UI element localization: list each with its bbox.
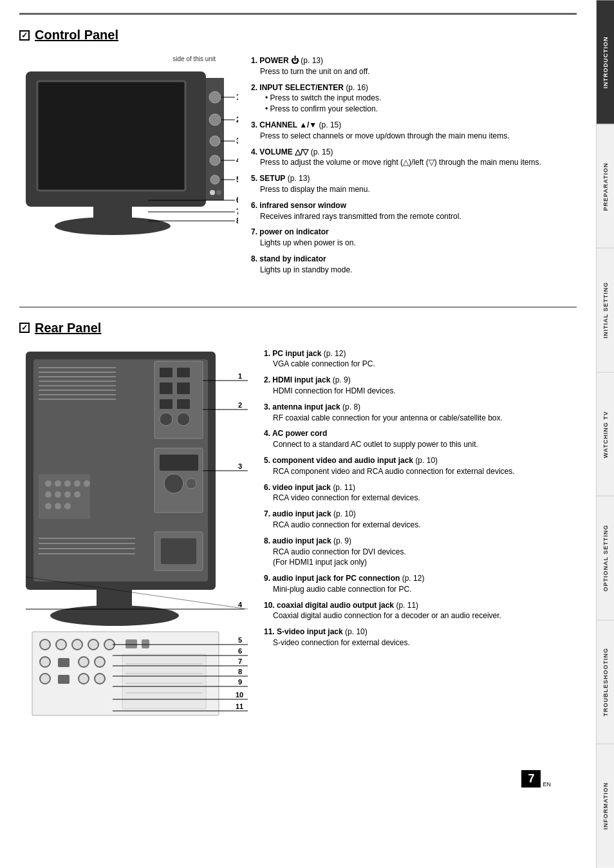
svg-point-75: [72, 639, 82, 650]
sidebar-tab-initial-setting[interactable]: INITIAL SETTING: [597, 248, 614, 372]
svg-text:2: 2: [238, 401, 242, 409]
svg-text:5: 5: [238, 636, 242, 644]
rp-item-1: 1. PC input jack (p. 12) VGA cable conne…: [264, 348, 577, 370]
sidebar-tabs: INTRODUCTION PREPARATION INITIAL SETTING…: [596, 0, 614, 868]
rp-item-6: 6. video input jack (p. 11) RCA video co…: [264, 482, 577, 504]
rp-item-5: 5. component video and audio input jack …: [264, 455, 577, 477]
page-number: 7: [521, 770, 541, 788]
rear-panel-diagram: 1 2 3 4 5 6: [19, 345, 251, 757]
control-panel-diagram: side of this unit: [19, 52, 238, 247]
svg-rect-42: [177, 382, 190, 394]
svg-rect-79: [142, 639, 149, 648]
sidebar-tab-optional-setting[interactable]: OPTIONAL SETTING: [597, 496, 614, 620]
svg-text:6: 6: [238, 647, 242, 655]
sidebar-tab-preparation[interactable]: PREPARATION: [597, 124, 614, 249]
svg-text:3: 3: [238, 462, 242, 470]
svg-point-60: [74, 491, 80, 498]
svg-text:7: 7: [236, 207, 238, 216]
svg-text:5: 5: [236, 175, 238, 184]
svg-rect-88: [122, 654, 206, 709]
svg-text:10: 10: [236, 691, 243, 699]
svg-point-84: [40, 674, 50, 684]
svg-point-6: [209, 114, 221, 126]
cp-item-4: 4. VOLUME △/▽ (p. 15) Press to adjust th…: [251, 147, 577, 169]
svg-point-50: [186, 478, 196, 489]
control-panel-header: ✓ Control Panel: [19, 28, 577, 42]
svg-point-74: [56, 639, 66, 650]
svg-point-71: [50, 605, 179, 626]
rp-item-3: 3. antenna input jack (p. 8) RF coaxial …: [264, 402, 577, 424]
svg-rect-65: [161, 538, 196, 564]
control-panel-checkbox: ✓: [19, 30, 30, 41]
sidebar-tab-troubleshooting[interactable]: TROUBLESHOOTING: [597, 620, 614, 744]
svg-point-57: [45, 491, 51, 498]
tv-control-panel-svg: 1 2 3 4 5 6: [19, 52, 238, 245]
cp-item-1: 1. POWER ⏻ (p. 13) Press to turn the uni…: [251, 55, 577, 77]
svg-text:1: 1: [236, 93, 238, 102]
sidebar-tab-watching-tv[interactable]: WATCHING TV: [597, 372, 614, 496]
rp-item-4: 4. AC power cord Connect to a standard A…: [264, 428, 577, 450]
top-line: [19, 13, 577, 15]
svg-point-61: [45, 503, 51, 509]
svg-point-55: [74, 480, 80, 487]
svg-point-10: [210, 190, 215, 195]
svg-rect-43: [160, 399, 172, 409]
section-divider: [19, 307, 577, 308]
svg-point-76: [88, 639, 98, 650]
cp-item-7: 7. power on indicator Lights up when pow…: [251, 227, 577, 249]
svg-point-62: [55, 503, 61, 509]
rear-panel-header: ✓ Rear Panel: [19, 321, 577, 335]
svg-point-58: [55, 491, 61, 498]
svg-rect-81: [58, 658, 70, 667]
svg-point-9: [210, 175, 219, 184]
svg-point-82: [79, 657, 89, 667]
svg-text:11: 11: [236, 703, 243, 710]
svg-text:8: 8: [238, 668, 242, 675]
svg-point-87: [95, 674, 105, 684]
svg-point-59: [64, 491, 71, 498]
svg-point-63: [64, 503, 71, 509]
svg-rect-40: [177, 368, 190, 377]
rp-item-10: 10. coaxial digital audio output jack (p…: [264, 600, 577, 622]
svg-point-49: [164, 474, 183, 493]
svg-point-80: [40, 657, 50, 667]
sidebar-tab-information[interactable]: INFORMATION: [597, 744, 614, 868]
svg-text:8: 8: [236, 216, 238, 225]
rp-item-9: 9. audio input jack for PC connection (p…: [264, 573, 577, 595]
cp-item-5: 5. SETUP (p. 13) Press to display the ma…: [251, 173, 577, 195]
svg-rect-48: [160, 455, 198, 471]
page-number-container: 7 EN: [19, 770, 577, 788]
svg-point-3: [55, 217, 171, 235]
svg-text:1: 1: [238, 372, 242, 380]
svg-point-7: [210, 136, 220, 146]
rp-item-7: 7. audio input jack (p. 10) RCA audio co…: [264, 509, 577, 531]
svg-rect-1: [37, 81, 185, 191]
side-of-unit-label: side of this unit: [172, 55, 216, 62]
svg-point-46: [177, 413, 190, 426]
page-en-label: EN: [543, 781, 551, 788]
svg-rect-78: [126, 639, 137, 648]
rear-panel-svg: 1 2 3 4 5 6: [19, 345, 251, 764]
svg-point-56: [84, 480, 90, 487]
rear-panel-desc-list: 1. PC input jack (p. 12) VGA cable conne…: [264, 345, 577, 654]
rear-panel-section: ✓ Rear Panel: [19, 321, 577, 757]
svg-point-45: [160, 413, 172, 426]
svg-rect-39: [160, 368, 172, 377]
rear-panel-checkbox: ✓: [19, 323, 30, 333]
cp-item-3: 3. CHANNEL ▲/▼ (p. 15) Press to select c…: [251, 120, 577, 142]
svg-rect-85: [58, 675, 70, 684]
main-content: ✓ Control Panel side of this unit: [0, 0, 596, 800]
rp-item-8: 8. audio input jack (p. 9) RCA audio con…: [264, 536, 577, 568]
svg-point-5: [209, 91, 221, 103]
cp-item-2: 2. INPUT SELECT/ENTER (p. 16) Press to s…: [251, 82, 577, 115]
control-panel-content: side of this unit: [19, 52, 577, 281]
control-panel-section: ✓ Control Panel side of this unit: [19, 28, 577, 281]
svg-text:4: 4: [236, 156, 238, 165]
sidebar-tab-introduction[interactable]: INTRODUCTION: [597, 0, 614, 124]
rear-panel-title: Rear Panel: [35, 321, 101, 335]
cp-item-8: 8. stand by indicator Lights up in stand…: [251, 254, 577, 276]
svg-point-73: [40, 639, 50, 650]
svg-text:7: 7: [238, 657, 242, 665]
svg-text:2: 2: [236, 115, 238, 124]
rp-item-2: 2. HDMI input jack (p. 9) HDMI connectio…: [264, 375, 577, 397]
